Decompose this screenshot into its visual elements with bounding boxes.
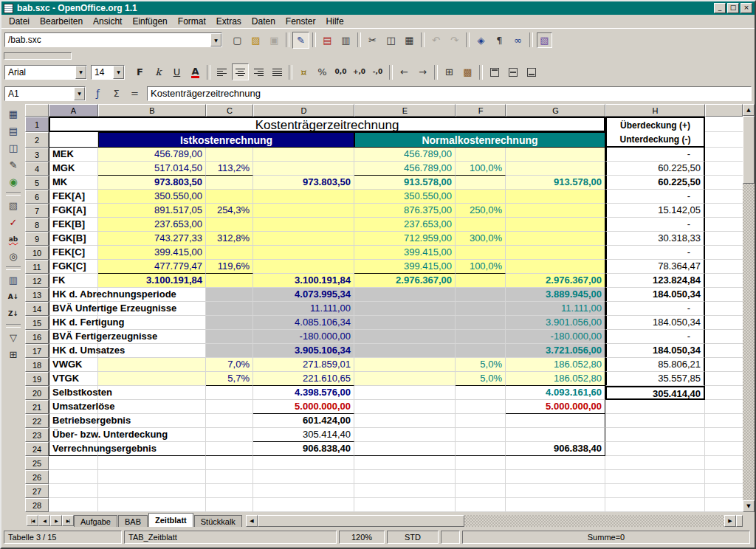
cell-F4[interactable]: 100,0%	[456, 162, 506, 176]
cell-C15[interactable]	[206, 316, 253, 330]
cell-E10[interactable]: 399.415,00	[354, 246, 456, 260]
cell-H9[interactable]: 30.318,33	[605, 232, 705, 246]
column-header-A[interactable]: A	[49, 104, 98, 117]
align-center-button[interactable]	[232, 63, 249, 80]
cell-E24[interactable]	[354, 442, 456, 456]
cell-A18[interactable]: VWGK	[49, 358, 98, 372]
horizontal-scrollbar[interactable]: ◀▶	[246, 515, 736, 527]
cell-E18[interactable]	[354, 358, 456, 372]
cell-D12[interactable]: 3.100.191,84	[253, 274, 354, 288]
cell-H18[interactable]: 85.806,21	[605, 358, 705, 372]
cell-F13[interactable]	[456, 288, 506, 302]
borders-button[interactable]: ⊞	[441, 63, 458, 80]
cell-G26[interactable]	[506, 470, 605, 484]
autofilter-icon[interactable]: ▽	[5, 329, 22, 346]
cell-F23[interactable]	[456, 428, 506, 442]
cell-C9[interactable]: 312,8%	[206, 232, 253, 246]
row-header-7[interactable]: 7	[25, 204, 49, 218]
sum-icon[interactable]: Σ	[108, 85, 125, 102]
formula-input[interactable]: Kostenträgerzeitrechnung	[147, 86, 752, 101]
cell-E8[interactable]: 237.653,00	[354, 218, 456, 232]
cell-F15[interactable]	[456, 316, 506, 330]
font-size-dropdown-arrow-icon[interactable]: ▼	[113, 66, 124, 79]
cell-E28[interactable]	[354, 498, 456, 512]
font-name-combobox[interactable]: Arial ▼	[4, 65, 87, 80]
menu-fenster[interactable]: Fenster	[281, 15, 321, 27]
datapilot-icon[interactable]: ▥	[5, 272, 22, 289]
cell-A24[interactable]: Verrechnungsergebnis	[49, 442, 98, 456]
cell-F10[interactable]	[456, 246, 506, 260]
row-header-14[interactable]: 14	[25, 302, 49, 316]
cell-C22[interactable]	[206, 414, 253, 428]
zoom-indicator[interactable]: 120%	[339, 531, 385, 544]
row-header-3[interactable]: 3	[25, 148, 49, 162]
cell-E17[interactable]	[354, 344, 456, 358]
cell-H28[interactable]	[605, 498, 705, 512]
vertical-scrollbar[interactable]: ▲ ▼	[743, 104, 755, 512]
cell-C13[interactable]	[206, 288, 253, 302]
row-header-9[interactable]: 9	[25, 232, 49, 246]
cell-B27[interactable]	[98, 484, 206, 498]
cell-D27[interactable]	[253, 484, 354, 498]
cell-D24[interactable]: 906.838,40	[253, 442, 354, 456]
cell-D7[interactable]	[253, 204, 354, 218]
first-sheet-button[interactable]: |◀	[27, 515, 38, 526]
cell-H6[interactable]: -	[605, 190, 705, 204]
cell-F18[interactable]: 5,0%	[456, 358, 506, 372]
cell-A7[interactable]: FGK[A]	[49, 204, 98, 218]
cell-E14[interactable]	[354, 302, 456, 316]
menu-daten[interactable]: Daten	[247, 15, 281, 27]
cell-C11[interactable]: 119,6%	[206, 260, 253, 274]
minimize-button[interactable]: _	[714, 3, 726, 13]
cell-E3[interactable]: 456.789,00	[354, 148, 456, 162]
number-format-currency-button[interactable]: ¤	[295, 63, 312, 80]
maximize-button[interactable]: □	[727, 3, 739, 13]
cell-G5[interactable]: 913.578,00	[506, 176, 605, 190]
cell-D16[interactable]: -180.000,00	[253, 330, 354, 344]
cell-F12[interactable]	[456, 274, 506, 288]
cell-B9[interactable]: 743.277,33	[98, 232, 206, 246]
cell-H12[interactable]: 123.824,84	[605, 274, 705, 288]
row-header-19[interactable]: 19	[25, 372, 49, 386]
cell-A1[interactable]: Kostenträgerzeitrechnung	[49, 117, 605, 132]
cell-E11[interactable]: 399.415,00	[354, 260, 456, 274]
cell-F25[interactable]	[456, 456, 506, 470]
row-header-20[interactable]: 20	[25, 386, 49, 400]
cell-A4[interactable]: MGK	[49, 162, 98, 176]
row-header-17[interactable]: 17	[25, 344, 49, 358]
cell-C4[interactable]: 113,2%	[206, 162, 253, 176]
cell-D10[interactable]	[253, 246, 354, 260]
cell-D8[interactable]	[253, 218, 354, 232]
cell-E4[interactable]: 456.789,00	[354, 162, 456, 176]
row-header-23[interactable]: 23	[25, 428, 49, 442]
cell-H4[interactable]: 60.225,50	[605, 162, 705, 176]
cell-D23[interactable]: 305.414,40	[253, 428, 354, 442]
cell-A22[interactable]: Betriebsergebnis	[49, 414, 98, 428]
cell-H3[interactable]: -	[605, 148, 705, 162]
sheet-tab-zeitblatt[interactable]: Zeitblatt	[148, 513, 193, 527]
cell-F14[interactable]	[456, 302, 506, 316]
cell-C24[interactable]	[206, 442, 253, 456]
page-style-indicator[interactable]: TAB_Zeitblatt	[124, 531, 337, 544]
cell-H23[interactable]	[605, 428, 705, 442]
cell-G17[interactable]: 3.721.056,00	[506, 344, 605, 358]
export-pdf-icon[interactable]: ▤	[319, 32, 336, 49]
cell-H17[interactable]: 184.050,34	[605, 344, 705, 358]
cell-A20[interactable]: Selbstkosten	[49, 386, 98, 400]
hyperlink-icon[interactable]: ∞	[509, 32, 526, 49]
cell-A25[interactable]	[49, 456, 98, 470]
cell-E16[interactable]	[354, 330, 456, 344]
last-sheet-button[interactable]: ▶|	[62, 515, 74, 526]
cell-G20[interactable]: 4.093.161,60	[506, 386, 605, 400]
cell-A21[interactable]: Umsatzerlöse	[49, 400, 98, 414]
cell-A10[interactable]: FEK[C]	[49, 246, 98, 260]
horizontal-split-handle[interactable]	[736, 515, 743, 527]
align-bottom-button[interactable]	[523, 63, 540, 80]
insert-icon[interactable]: ▦	[5, 106, 22, 122]
cell-F20[interactable]	[456, 386, 506, 400]
cell-E21[interactable]	[354, 400, 456, 414]
cell-H21[interactable]	[605, 400, 705, 414]
select-all-corner[interactable]	[25, 104, 49, 117]
column-header-G[interactable]: G	[506, 104, 605, 117]
cell-A16[interactable]: BVÄ Fertigerzeugnisse	[49, 330, 98, 344]
